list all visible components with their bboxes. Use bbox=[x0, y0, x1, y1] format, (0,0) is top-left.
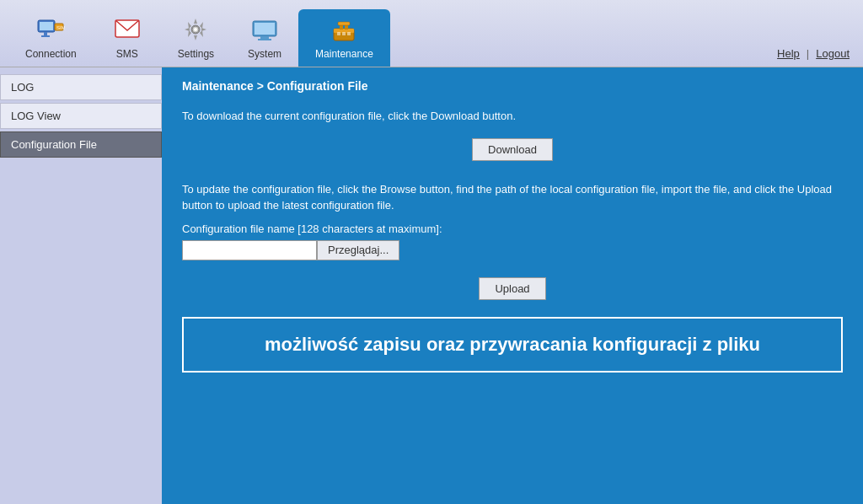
tab-maintenance[interactable]: Maintenance bbox=[298, 9, 390, 67]
upload-description: To update the configuration file, click … bbox=[182, 181, 843, 214]
upload-section: To update the configuration file, click … bbox=[182, 181, 843, 260]
file-input-row: Przeglądaj... bbox=[182, 240, 843, 260]
logout-link[interactable]: Logout bbox=[816, 47, 850, 60]
help-link[interactable]: Help bbox=[777, 47, 800, 60]
nav-tabs: SIM Connection SMS bbox=[0, 9, 777, 67]
tab-connection[interactable]: SIM Connection bbox=[8, 9, 94, 67]
tab-sms-label: SMS bbox=[116, 48, 138, 60]
tab-settings[interactable]: Settings bbox=[161, 9, 231, 67]
tab-sms[interactable]: SMS bbox=[94, 9, 161, 67]
svg-rect-1 bbox=[40, 22, 53, 30]
tab-maintenance-label: Maintenance bbox=[315, 48, 373, 60]
file-label: Configuration file name [128 characters … bbox=[182, 223, 843, 235]
settings-icon bbox=[180, 14, 211, 45]
sms-icon bbox=[112, 14, 142, 45]
svg-rect-20 bbox=[342, 32, 346, 35]
tooltip-box: możliwość zapisu oraz przywracania konfi… bbox=[182, 317, 843, 373]
sidebar-item-configuration-file[interactable]: Configuration File bbox=[0, 131, 162, 158]
sidebar-item-log-view[interactable]: LOG View bbox=[0, 103, 162, 129]
svg-text:SIM: SIM bbox=[56, 25, 65, 30]
tab-system[interactable]: System bbox=[231, 9, 298, 67]
tab-connection-label: Connection bbox=[25, 48, 77, 60]
maintenance-icon bbox=[329, 14, 359, 45]
sidebar: LOG LOG View Configuration File bbox=[0, 67, 162, 504]
nav-divider: | bbox=[807, 47, 809, 60]
svg-rect-13 bbox=[258, 39, 271, 40]
sidebar-item-log[interactable]: LOG bbox=[0, 74, 162, 100]
upload-btn-wrap: Upload bbox=[182, 277, 843, 300]
download-btn-wrap: Download bbox=[182, 138, 843, 161]
browse-button[interactable]: Przeglądaj... bbox=[317, 240, 399, 260]
svg-rect-11 bbox=[255, 23, 275, 35]
top-nav: SIM Connection SMS bbox=[0, 0, 863, 67]
breadcrumb: Maintenance > Configuration File bbox=[182, 79, 843, 93]
tab-settings-label: Settings bbox=[178, 48, 214, 60]
svg-rect-2 bbox=[44, 32, 47, 35]
svg-point-9 bbox=[194, 28, 197, 31]
svg-rect-19 bbox=[337, 32, 340, 35]
svg-rect-21 bbox=[347, 32, 351, 35]
nav-actions: Help | Logout bbox=[777, 47, 863, 67]
svg-rect-12 bbox=[260, 36, 269, 39]
tab-system-label: System bbox=[248, 48, 281, 60]
svg-rect-3 bbox=[41, 35, 50, 37]
main-layout: LOG LOG View Configuration File Maintena… bbox=[0, 67, 863, 504]
content-area: Maintenance > Configuration File To down… bbox=[162, 67, 863, 504]
tooltip-text: możliwość zapisu oraz przywracania konfi… bbox=[265, 334, 760, 355]
download-description: To download the current configuration fi… bbox=[182, 108, 843, 125]
connection-icon: SIM bbox=[35, 14, 66, 45]
system-icon bbox=[249, 14, 280, 45]
file-path-input[interactable] bbox=[182, 240, 317, 260]
download-button[interactable]: Download bbox=[472, 138, 553, 161]
upload-button[interactable]: Upload bbox=[479, 277, 545, 300]
svg-rect-18 bbox=[338, 22, 350, 25]
